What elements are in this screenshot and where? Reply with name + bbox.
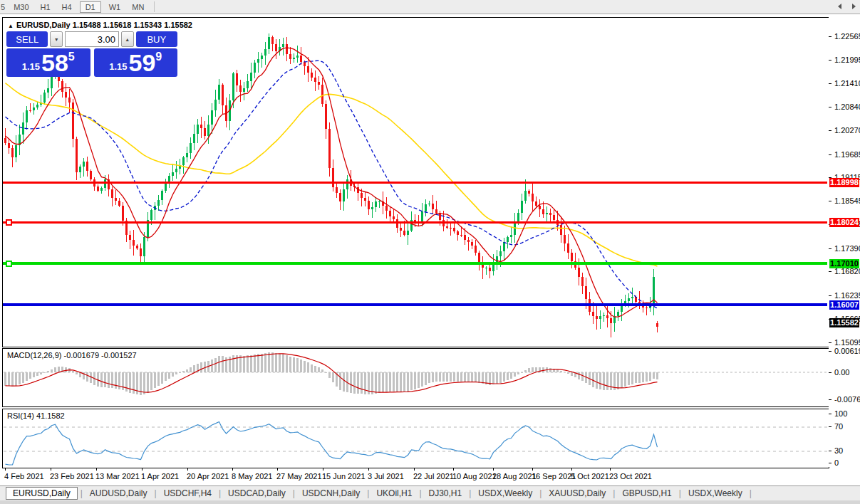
candle-body — [549, 213, 551, 215]
macd-bar — [214, 358, 217, 372]
rsi-indicator-panel[interactable]: RSI(14) 41.1582 — [2, 409, 829, 468]
sell-button[interactable]: SELL — [6, 31, 48, 47]
tab-usdcad-daily[interactable]: USDCAD,Daily — [222, 487, 292, 500]
candle-body — [61, 81, 63, 92]
candle-body — [261, 56, 263, 59]
timeframe-button-W1[interactable]: W1 — [103, 1, 127, 13]
candle-body — [435, 209, 437, 213]
macd-tick-label: 0.006193 — [834, 347, 860, 355]
candle-body — [29, 110, 31, 111]
tab-eurusd-daily[interactable]: EURUSD,Daily — [6, 487, 78, 500]
date-label: 20 Apr 2021 — [187, 472, 229, 481]
macd-bar — [90, 372, 92, 383]
tab-gbpusd-h1[interactable]: GBPUSD,H1 — [616, 487, 678, 500]
price-tick-label: 1.19685 — [834, 150, 860, 159]
macd-bar — [58, 367, 60, 372]
level-drag-handle[interactable] — [6, 261, 12, 267]
candle-body — [450, 228, 452, 229]
candle-body — [507, 237, 509, 243]
macd-bar — [628, 372, 630, 385]
macd-bar — [129, 372, 131, 393]
candle-body — [211, 110, 213, 125]
tab-dj30-h1[interactable]: DJ30,H1 — [423, 487, 469, 500]
date-label: 13 Mar 2021 — [95, 472, 140, 481]
timeframe-button-H1[interactable]: H1 — [35, 1, 56, 13]
candle-body — [403, 231, 405, 235]
timeframe-button-5[interactable]: 5 — [0, 1, 8, 13]
macd-bar — [22, 372, 24, 383]
timeframe-button-MN[interactable]: MN — [126, 1, 150, 13]
candle-body — [222, 85, 224, 105]
buy-price-display[interactable]: 1.15599 — [94, 48, 178, 77]
tab-usdx-weekly[interactable]: USDX,Weekly — [682, 487, 749, 500]
candle-body — [560, 225, 562, 235]
candle-body — [186, 153, 188, 158]
candle-body — [11, 148, 14, 158]
candle-body — [325, 104, 327, 128]
macd-bar — [425, 372, 427, 385]
macd-bar — [300, 359, 302, 372]
candle-body — [546, 213, 548, 214]
macd-bar — [514, 372, 516, 377]
macd-bar — [254, 355, 256, 372]
candle-body — [296, 56, 299, 58]
macd-bar — [321, 369, 323, 372]
buy-button[interactable]: BUY — [136, 31, 177, 47]
volume-input[interactable] — [65, 31, 119, 47]
macd-tick-mark — [829, 372, 831, 373]
macd-signal-line — [6, 354, 658, 392]
timeframe-button-H4[interactable]: H4 — [56, 1, 78, 13]
collapse-trade-panel-icon[interactable]: ▲ — [8, 23, 14, 29]
macd-indicator-panel[interactable]: MACD(12,26,9) -0.001679 -0.001527 — [2, 348, 829, 407]
timeframe-button-D1[interactable]: D1 — [80, 1, 101, 13]
tab-usdx-weekly[interactable]: USDX,Weekly — [472, 487, 539, 500]
volume-decrease-button[interactable]: ▼ — [50, 31, 63, 47]
tab-ukoil-h1[interactable]: UKOil,H1 — [370, 487, 418, 500]
price-axis[interactable]: 1.225651.219951.214101.208401.202701.196… — [829, 17, 860, 467]
horizontal-level-line[interactable] — [3, 303, 827, 306]
date-axis[interactable]: 4 Feb 202123 Feb 202113 Mar 20211 Apr 20… — [2, 468, 829, 485]
tab-separator: | — [81, 488, 83, 498]
macd-bar — [225, 357, 227, 372]
candle-body — [293, 58, 295, 59]
horizontal-level-line[interactable] — [3, 182, 827, 184]
macd-bar — [450, 372, 452, 382]
tab-scroll-right-icon[interactable] — [852, 4, 856, 9]
macd-bar — [571, 372, 573, 376]
tab-audusd-daily[interactable]: AUDUSD,Daily — [83, 487, 154, 500]
macd-bar — [218, 356, 220, 372]
price-tick-label: 1.16235 — [834, 291, 860, 300]
macd-bar — [29, 372, 31, 379]
rsi-tick-label: 70 — [834, 422, 843, 431]
horizontal-level-line[interactable] — [3, 262, 827, 265]
macd-bar — [311, 364, 313, 372]
date-label: 5 Oct 2021 — [571, 472, 609, 481]
candle-body — [236, 73, 238, 85]
macd-bar — [168, 372, 170, 379]
macd-bar — [33, 372, 35, 377]
date-label: 27 May 2021 — [276, 472, 322, 481]
level-drag-handle[interactable] — [6, 219, 12, 226]
horizontal-level-line[interactable] — [3, 221, 827, 224]
tab-usdcnh-daily[interactable]: USDCNH,Daily — [296, 487, 366, 500]
volume-increase-button[interactable]: ▲ — [121, 31, 134, 47]
macd-bar — [453, 372, 455, 382]
macd-bar — [72, 371, 74, 372]
candle-body — [503, 242, 505, 251]
buy-price-point: 9 — [155, 51, 162, 63]
candle-body — [485, 268, 487, 268]
tab-scroll-left-icon[interactable] — [838, 4, 841, 9]
candle-body — [631, 297, 633, 298]
candle-body — [157, 200, 160, 206]
tab-usdchf-h4[interactable]: USDCHF,H4 — [157, 487, 218, 500]
tab-xauusd-daily[interactable]: XAUUSD,Daily — [542, 487, 612, 500]
candle-body — [271, 37, 274, 43]
macd-bar — [499, 372, 502, 383]
macd-bar — [318, 367, 320, 372]
level-price-tag: 1.16007 — [829, 300, 859, 310]
macd-bar — [442, 372, 445, 382]
timeframe-button-M30[interactable]: M30 — [8, 1, 34, 13]
tab-separator: | — [539, 488, 542, 498]
macd-bar — [271, 352, 274, 372]
sell-price-display[interactable]: 1.15585 — [6, 48, 90, 77]
